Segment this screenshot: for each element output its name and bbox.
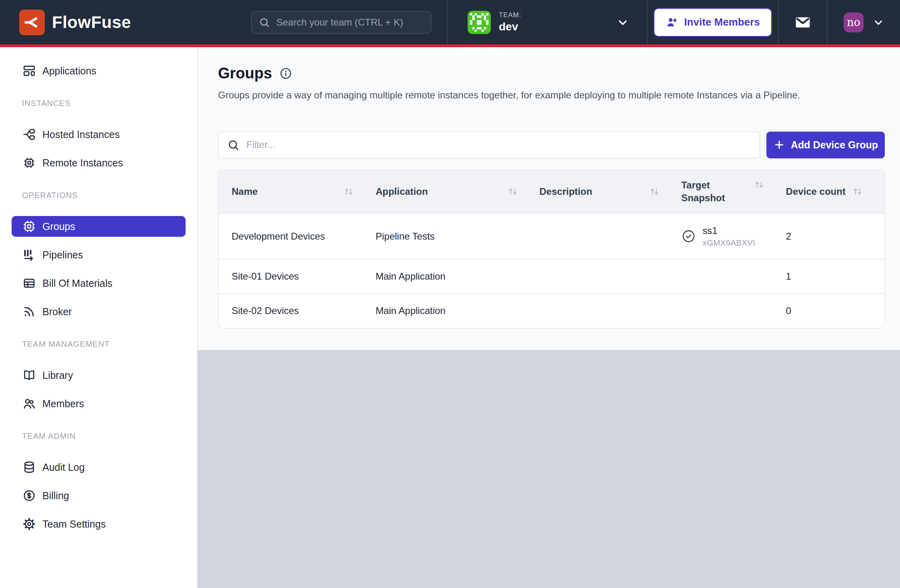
sidebar-section-team-admin: TEAM ADMIN <box>22 432 197 441</box>
snapshot-name: ss1 <box>702 225 755 236</box>
billing-icon <box>22 489 36 502</box>
table-row[interactable]: Site-01 Devices Main Application 1 <box>218 259 884 294</box>
notifications-button[interactable] <box>778 0 827 44</box>
sidebar-item-groups[interactable]: Groups <box>12 216 186 237</box>
brand[interactable]: FlowFuse <box>19 10 131 35</box>
device-groups-table: Name Application <box>218 170 885 328</box>
empty-void <box>198 350 900 588</box>
group-name: Development Devices <box>218 214 376 259</box>
sidebar-item-label: Library <box>42 370 73 381</box>
snapshot-id: xGMX9ABXVI <box>702 238 755 248</box>
team-selector[interactable]: TEAM: dev <box>447 0 647 44</box>
team-label: TEAM: <box>499 11 521 19</box>
chevron-down-icon <box>872 16 884 28</box>
sidebar-item-label: Hosted Instances <box>42 129 120 140</box>
group-name: Site-01 Devices <box>218 259 376 294</box>
column-header-name[interactable]: Name <box>218 170 376 214</box>
column-header-device-count[interactable]: Device count <box>786 170 884 214</box>
groups-page: Groups Groups provide a way of managing … <box>198 47 900 350</box>
device-count: 1 <box>786 259 884 294</box>
sidebar: Applications INSTANCES Hosted Instances <box>0 47 198 588</box>
table-row[interactable]: Site-02 Devices Main Application 0 <box>218 294 884 328</box>
audit-log-icon <box>22 460 36 474</box>
sort-icon <box>753 179 765 191</box>
search-input[interactable] <box>251 11 431 34</box>
top-navbar: FlowFuse <box>0 0 900 44</box>
brand-name: FlowFuse <box>52 13 131 32</box>
mail-icon <box>794 14 812 31</box>
sidebar-item-audit-log[interactable]: Audit Log <box>12 457 186 478</box>
check-circle-icon <box>681 229 696 244</box>
column-header-application[interactable]: Application <box>376 170 540 214</box>
table-header-row: Name Application <box>218 170 884 214</box>
members-icon <box>22 397 36 410</box>
user-avatar: no <box>844 12 864 32</box>
group-description <box>540 214 682 259</box>
invite-members-section: Invite Members <box>647 0 778 44</box>
sidebar-item-bill-of-materials[interactable]: Bill Of Materials <box>12 273 186 294</box>
team-settings-icon <box>22 517 36 531</box>
user-plus-icon <box>666 16 678 29</box>
group-application: Main Application <box>376 259 540 294</box>
sidebar-item-team-settings[interactable]: Team Settings <box>12 514 186 534</box>
user-menu[interactable]: no <box>827 0 900 44</box>
group-description <box>540 259 682 294</box>
add-device-group-label: Add Device Group <box>791 139 878 151</box>
sidebar-item-label: Team Settings <box>42 518 106 530</box>
target-snapshot <box>681 294 786 328</box>
device-count: 0 <box>786 294 884 328</box>
sort-icon <box>343 186 355 198</box>
sidebar-item-remote-instances[interactable]: Remote Instances <box>12 152 186 173</box>
brand-accent-line <box>0 44 900 47</box>
sidebar-item-label: Remote Instances <box>42 157 123 169</box>
team-name: dev <box>499 20 521 33</box>
group-name: Site-02 Devices <box>218 294 376 328</box>
target-snapshot: ss1 xGMX9ABXVI <box>681 225 786 248</box>
column-label: Target Snapshot <box>681 179 749 205</box>
sidebar-item-label: Members <box>42 398 84 410</box>
sidebar-item-label: Pipelines <box>42 249 83 261</box>
add-device-group-button[interactable]: Add Device Group <box>766 132 885 158</box>
target-snapshot <box>681 259 786 294</box>
column-label: Name <box>232 186 258 197</box>
invite-members-label: Invite Members <box>684 16 760 28</box>
sidebar-item-label: Broker <box>42 306 72 318</box>
table-row[interactable]: Development Devices Pipeline Tests ss1 <box>218 214 884 259</box>
sort-icon <box>852 186 864 198</box>
sidebar-section-instances: INSTANCES <box>22 99 197 108</box>
pipelines-icon <box>22 248 36 262</box>
group-application: Main Application <box>376 294 540 328</box>
remote-instances-icon <box>22 156 36 170</box>
bill-of-materials-icon <box>22 276 36 290</box>
sidebar-item-broker[interactable]: Broker <box>12 301 186 322</box>
main-area: Groups Groups provide a way of managing … <box>198 47 900 588</box>
filter-input[interactable] <box>218 132 760 158</box>
sidebar-item-pipelines[interactable]: Pipelines <box>12 244 186 265</box>
flowfuse-logo-icon <box>19 10 45 35</box>
sidebar-item-billing[interactable]: Billing <box>12 485 186 506</box>
column-header-description[interactable]: Description <box>540 170 682 214</box>
sidebar-item-members[interactable]: Members <box>12 393 186 414</box>
hosted-instances-icon <box>22 128 36 141</box>
sidebar-item-hosted-instances[interactable]: Hosted Instances <box>12 124 186 145</box>
filter-field <box>218 132 760 158</box>
sort-icon <box>648 186 660 198</box>
sidebar-item-label: Bill Of Materials <box>42 278 112 289</box>
user-initials: no <box>847 16 860 28</box>
team-search <box>251 11 431 34</box>
invite-members-button[interactable]: Invite Members <box>654 8 772 37</box>
sidebar-item-applications[interactable]: Applications <box>12 60 186 81</box>
column-header-target-snapshot[interactable]: Target Snapshot <box>681 170 786 214</box>
sidebar-item-library[interactable]: Library <box>12 365 186 386</box>
column-label: Device count <box>786 186 846 197</box>
column-label: Application <box>376 186 428 197</box>
sidebar-section-operations: OPERATIONS <box>22 191 197 200</box>
search-icon <box>258 16 270 28</box>
applications-icon <box>22 64 36 78</box>
sort-icon <box>507 186 519 198</box>
info-icon[interactable] <box>279 67 292 80</box>
plus-icon <box>773 139 785 151</box>
page-description: Groups provide a way of managing multipl… <box>218 88 885 102</box>
library-icon <box>22 368 36 382</box>
device-count: 2 <box>786 214 884 259</box>
